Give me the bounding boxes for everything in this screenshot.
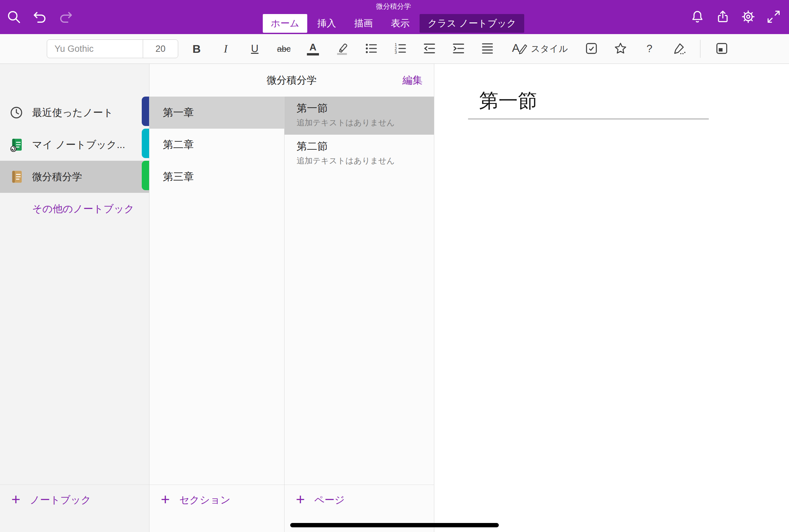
bold-icon: B <box>192 42 201 55</box>
redo-button[interactable] <box>58 9 74 25</box>
notebook-green-sync-icon <box>9 137 24 152</box>
add-section-button[interactable]: + セクション <box>149 492 230 508</box>
side-note-icon <box>714 41 729 57</box>
notebook-list: 最近使ったノート マイ ノートブック... 微分積分学 その他のノートブック <box>0 64 149 225</box>
important-tag-button[interactable] <box>613 39 628 59</box>
section-item-chapter1[interactable]: 第一章 <box>149 97 284 129</box>
section-item-chapter2[interactable]: 第二章 <box>149 129 284 161</box>
lasso-select-button[interactable] <box>671 39 687 59</box>
sidebar-item-my-notebooks[interactable]: マイ ノートブック... <box>0 129 149 161</box>
italic-button[interactable]: I <box>218 39 233 59</box>
redo-icon <box>58 9 74 25</box>
outdent-icon <box>422 41 437 57</box>
edit-button[interactable]: 編集 <box>400 64 425 97</box>
add-page-button[interactable]: + ページ <box>284 492 345 508</box>
notebook-color-tab-green[interactable] <box>142 161 149 190</box>
notebook-header-title: 微分積分学 <box>267 74 317 87</box>
indent-button[interactable] <box>451 39 466 59</box>
bullet-list-icon <box>364 41 378 57</box>
ribbon-tabs: ホーム 挿入 描画 表示 クラス ノートブック <box>263 14 524 33</box>
font-name-select[interactable]: Yu Gothic <box>47 44 143 54</box>
tab-draw[interactable]: 描画 <box>346 14 381 33</box>
add-notebook-label: ノートブック <box>30 493 91 507</box>
bold-button[interactable]: B <box>189 39 204 59</box>
undo-button[interactable] <box>32 9 48 25</box>
page-item-section2[interactable]: 第二節 追加テキストはありません <box>284 135 434 173</box>
checkbox-icon <box>584 41 599 57</box>
highlighter-button[interactable] <box>334 39 350 59</box>
strikethrough-icon: abc <box>277 44 290 54</box>
strikethrough-button[interactable]: abc <box>276 39 292 59</box>
sections-pages-panel: 微分積分学 編集 第一章 第二章 第三章 + セクション <box>149 64 434 532</box>
indent-icon <box>451 41 466 57</box>
font-color-button[interactable]: A <box>305 39 321 59</box>
notebook-tan-icon <box>9 169 24 185</box>
page-canvas[interactable]: 第一節 <box>434 64 789 532</box>
numbered-list-button[interactable]: 123 <box>393 39 408 59</box>
topbar-right-actions <box>671 0 789 34</box>
sidebar-item-label: 微分積分学 <box>32 170 82 184</box>
svg-text:A: A <box>512 41 520 54</box>
sections-footer: + セクション <box>149 484 284 532</box>
bullet-list-button[interactable] <box>363 39 379 59</box>
star-icon <box>613 41 628 57</box>
question-tag-button[interactable]: ? <box>642 39 657 59</box>
font-picker: Yu Gothic 20 <box>47 39 178 58</box>
page-item-subtitle: 追加テキストはありません <box>297 155 434 166</box>
fullscreen-button[interactable] <box>766 10 781 25</box>
tab-home[interactable]: ホーム <box>263 14 307 33</box>
tab-insert[interactable]: 挿入 <box>309 14 344 33</box>
font-size-select[interactable]: 20 <box>143 44 178 54</box>
add-page-label: ページ <box>314 493 345 507</box>
question-mark-icon: ? <box>646 43 652 55</box>
page-item-section1[interactable]: 第一節 追加テキストはありません <box>284 97 434 135</box>
align-button[interactable] <box>480 39 495 59</box>
undo-icon <box>32 9 48 25</box>
home-indicator[interactable] <box>290 523 499 527</box>
plus-icon: + <box>296 492 305 507</box>
sidebar-item-label: 最近使ったノート <box>32 106 113 120</box>
search-button[interactable] <box>6 9 21 25</box>
numbered-list-icon: 123 <box>393 41 408 57</box>
styles-button[interactable]: A スタイル <box>509 40 570 58</box>
share-button[interactable] <box>715 10 730 25</box>
more-notebooks-link[interactable]: その他のノートブック <box>0 193 149 225</box>
tab-view[interactable]: 表示 <box>383 14 417 33</box>
page-title[interactable]: 第一節 <box>479 88 537 114</box>
notifications-button[interactable] <box>690 10 705 25</box>
gear-icon <box>741 10 755 25</box>
clock-icon <box>9 105 24 120</box>
bell-icon <box>690 10 705 25</box>
search-icon <box>6 9 21 25</box>
page-item-title: 第一節 <box>297 102 434 115</box>
side-note-button[interactable] <box>714 39 730 59</box>
todo-tag-button[interactable] <box>584 39 599 59</box>
sidebar-item-recent-notes[interactable]: 最近使ったノート <box>0 97 149 129</box>
sections-list: 第一章 第二章 第三章 + セクション <box>149 97 284 532</box>
page-item-title: 第二節 <box>297 140 434 153</box>
settings-button[interactable] <box>741 10 755 25</box>
add-notebook-button[interactable]: + ノートブック <box>0 492 91 508</box>
sidebar-item-calculus-notebook[interactable]: 微分積分学 <box>0 161 149 193</box>
page-title-underline <box>468 119 709 119</box>
styles-brush-icon: A <box>511 40 528 57</box>
italic-icon: I <box>224 43 228 55</box>
add-section-label: セクション <box>179 493 231 507</box>
styles-label: スタイル <box>531 43 568 55</box>
sidebar-footer: + ノートブック <box>0 484 149 532</box>
svg-text:3: 3 <box>395 50 397 55</box>
tab-class-notebook[interactable]: クラス ノートブック <box>419 14 524 33</box>
document-title: 微分積分学 <box>376 2 411 11</box>
plus-icon: + <box>161 492 170 507</box>
lasso-select-icon <box>671 41 686 57</box>
notebook-header: 微分積分学 編集 <box>149 64 434 97</box>
pages-list: 第一節 追加テキストはありません 第二節 追加テキストはありません + ページ <box>284 97 434 532</box>
section-item-chapter3[interactable]: 第三章 <box>149 161 284 193</box>
notebook-color-tab-teal[interactable] <box>142 129 149 158</box>
notebook-color-tab-blue[interactable] <box>142 97 149 126</box>
share-icon <box>715 10 730 25</box>
underline-button[interactable]: U <box>247 39 262 59</box>
formatting-toolbar: Yu Gothic 20 B I U abc A 123 <box>0 34 789 64</box>
plus-icon: + <box>11 492 20 507</box>
outdent-button[interactable] <box>421 39 437 59</box>
